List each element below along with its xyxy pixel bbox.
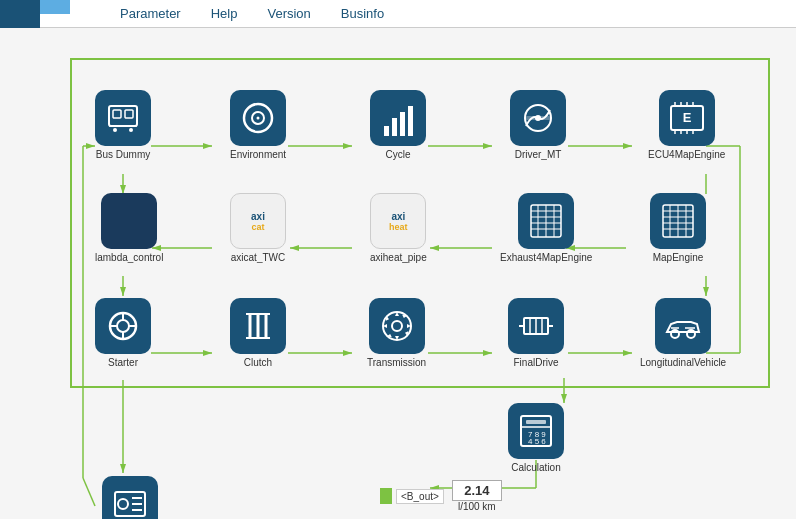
output-value: 2.14	[452, 480, 502, 501]
ecu4map-icon: E	[659, 90, 715, 146]
calculation-icon: 7 8 9 4 5 6	[508, 403, 564, 459]
component-transmission[interactable]: Transmission	[367, 298, 426, 368]
longitudinal-icon	[655, 298, 711, 354]
component-bus-dummy[interactable]: Bus Dummy	[95, 90, 151, 160]
component-ecu4map[interactable]: E ECU4MapEngine	[648, 90, 725, 160]
component-axicat[interactable]: axi cat axicat_TWC	[230, 193, 286, 263]
axicat-label: axicat_TWC	[231, 252, 285, 263]
svg-rect-36	[384, 126, 389, 136]
component-clutch[interactable]: Clutch	[230, 298, 286, 368]
exhaust4map-icon	[518, 193, 574, 249]
environment-label: Environment	[230, 149, 286, 160]
logo-dark	[0, 0, 40, 28]
transmission-label: Transmission	[367, 357, 426, 368]
transmission-icon	[369, 298, 425, 354]
svg-line-23	[83, 478, 95, 506]
svg-rect-37	[392, 118, 397, 136]
finaldrive-label: FinalDrive	[513, 357, 558, 368]
component-mapengine[interactable]: MapEngine	[650, 193, 706, 263]
axicat-icon: axi cat	[230, 193, 286, 249]
svg-text:4 5 6: 4 5 6	[528, 437, 546, 446]
component-output-selector[interactable]: Output Selector	[95, 476, 164, 519]
environment-icon	[230, 90, 286, 146]
output-selector-icon	[102, 476, 158, 519]
nav-version[interactable]: Version	[267, 6, 310, 21]
nav-menu: Parameter Help Version Businfo	[120, 6, 384, 21]
nav-parameter[interactable]: Parameter	[120, 6, 181, 21]
nav-help[interactable]: Help	[211, 6, 238, 21]
svg-rect-29	[125, 110, 133, 118]
ecu4map-label: ECU4MapEngine	[648, 149, 725, 160]
cycle-icon	[370, 90, 426, 146]
driver-mt-icon	[510, 90, 566, 146]
component-exhaust4map[interactable]: Exhaust4MapEngine	[500, 193, 592, 263]
mapengine-label: MapEngine	[653, 252, 704, 263]
cycle-label: Cycle	[385, 149, 410, 160]
svg-rect-39	[408, 106, 413, 136]
svg-point-35	[257, 117, 260, 120]
nav-businfo[interactable]: Businfo	[341, 6, 384, 21]
svg-point-70	[117, 320, 129, 332]
svg-rect-32	[129, 128, 133, 132]
clutch-label: Clutch	[244, 357, 272, 368]
output-port	[380, 488, 392, 504]
svg-point-42	[535, 115, 541, 121]
svg-rect-31	[113, 128, 117, 132]
component-lambda[interactable]: lambda_control	[95, 193, 163, 263]
calculation-label: Calculation	[511, 462, 560, 473]
component-cycle[interactable]: Cycle	[370, 90, 426, 160]
exhaust4map-label: Exhaust4MapEngine	[500, 252, 592, 263]
finaldrive-icon	[508, 298, 564, 354]
axiheat-label: axiheat_pipe	[370, 252, 427, 263]
mapengine-icon	[650, 193, 706, 249]
svg-point-76	[383, 312, 411, 340]
component-environment[interactable]: Environment	[230, 90, 286, 160]
starter-label: Starter	[108, 357, 138, 368]
bus-dummy-icon	[95, 90, 151, 146]
component-longitudinal[interactable]: LongitudinalVehicle	[640, 298, 726, 368]
component-driver-mt[interactable]: Driver_MT	[510, 90, 566, 160]
driver-mt-label: Driver_MT	[515, 149, 562, 160]
output-display: <B_out> 2.14 l/100 km	[380, 480, 502, 512]
svg-rect-28	[113, 110, 121, 118]
axiheat-icon: axi heat	[370, 193, 426, 249]
component-starter[interactable]: Starter	[95, 298, 151, 368]
component-calculation[interactable]: 7 8 9 4 5 6 Calculation	[508, 403, 564, 473]
lambda-label: lambda_control	[95, 252, 163, 263]
svg-point-92	[118, 499, 128, 509]
svg-point-77	[392, 321, 402, 331]
component-finaldrive[interactable]: FinalDrive	[508, 298, 564, 368]
b-out-label: <B_out>	[396, 489, 444, 504]
output-unit: l/100 km	[458, 501, 496, 512]
header: Parameter Help Version Businfo	[0, 0, 796, 28]
diagram-canvas: Bus Dummy Environment Cycle	[0, 28, 796, 519]
logo-light	[40, 0, 70, 14]
bus-dummy-label: Bus Dummy	[96, 149, 150, 160]
svg-rect-38	[400, 112, 405, 136]
svg-rect-88	[526, 420, 546, 424]
longitudinal-label: LongitudinalVehicle	[640, 357, 726, 368]
component-axiheat[interactable]: axi heat axiheat_pipe	[370, 193, 427, 263]
starter-icon	[95, 298, 151, 354]
svg-text:E: E	[682, 110, 691, 125]
lambda-icon	[101, 193, 157, 249]
clutch-icon	[230, 298, 286, 354]
logo	[0, 0, 100, 28]
